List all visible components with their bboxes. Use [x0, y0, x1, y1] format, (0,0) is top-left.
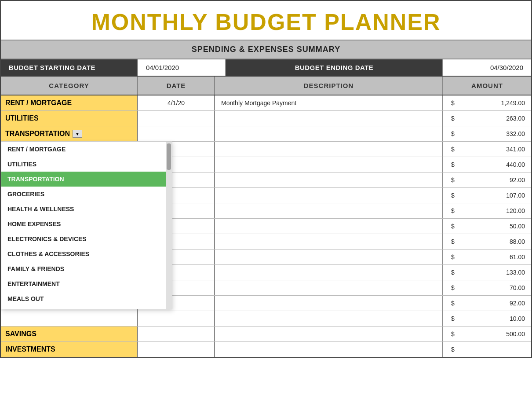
category-label: UTILITIES — [5, 114, 39, 122]
td-description — [215, 265, 443, 280]
dollar-sign: $ — [447, 238, 455, 245]
td-amount: $ 1,249.00 — [443, 95, 531, 110]
dropdown-item[interactable]: TRAVEL — [1, 306, 166, 309]
amount-value: 107.00 — [506, 192, 525, 199]
dollar-sign: $ — [447, 176, 455, 183]
td-amount: $ 92.00 — [443, 296, 531, 311]
td-amount: $ 50.00 — [443, 219, 531, 234]
category-label: INVESTMENTS — [5, 345, 55, 353]
td-description — [215, 280, 443, 295]
dollar-sign: $ — [447, 315, 455, 322]
td-amount: $ 88.00 — [443, 234, 531, 249]
amount-value: 332.00 — [506, 130, 525, 137]
table-row: SAVINGS $ 500.00 — [1, 327, 531, 342]
amount-value: 263.00 — [506, 115, 525, 122]
td-amount: $ 332.00 — [443, 126, 531, 141]
th-date: DATE — [138, 77, 215, 95]
td-amount: $ 133.00 — [443, 265, 531, 280]
td-description — [215, 203, 443, 218]
dollar-sign: $ — [447, 207, 455, 214]
dropdown-button[interactable]: ▼ — [73, 130, 82, 138]
td-category: RENT / MORTGAGE — [1, 95, 138, 110]
td-description — [215, 342, 443, 357]
td-date — [138, 311, 215, 326]
td-amount: $ 440.00 — [443, 157, 531, 172]
dollar-sign: $ — [447, 130, 455, 137]
td-amount: $ 120.00 — [443, 203, 531, 218]
amount-value: 120.00 — [506, 207, 525, 214]
scrollbar-thumb[interactable] — [167, 143, 171, 170]
budget-end-label: BUDGET ENDING DATE — [226, 59, 443, 76]
amount-value: 92.00 — [510, 300, 525, 307]
td-amount: $ 500.00 — [443, 327, 531, 341]
td-date — [138, 327, 215, 341]
dollar-sign: $ — [447, 300, 455, 307]
table-header: CATEGORY DATE DESCRIPTION AMOUNT — [1, 77, 531, 95]
td-amount: $ 70.00 — [443, 280, 531, 295]
dropdown-item[interactable]: HEALTH & WELLNESS — [1, 202, 166, 217]
table-body: RENT / MORTGAGE 4/1/20 Monthly Mortgage … — [1, 95, 531, 357]
dollar-sign: $ — [447, 253, 455, 261]
amount-value: 440.00 — [506, 161, 525, 168]
budget-start-value[interactable]: 04/01/2020 — [138, 59, 226, 76]
td-amount: $ 107.00 — [443, 188, 531, 203]
td-amount: $ 92.00 — [443, 172, 531, 187]
dropdown-item[interactable]: MEALS OUT — [1, 291, 166, 306]
table-row: $ 10.00 — [1, 311, 531, 327]
amount-value: 1,249.00 — [501, 99, 525, 106]
amount-value: 133.00 — [506, 269, 525, 276]
td-description — [215, 234, 443, 249]
category-dropdown[interactable]: RENT / MORTGAGEUTILITIESTRANSPORTATIONGR… — [1, 141, 172, 309]
dropdown-item[interactable]: UTILITIES — [1, 157, 166, 172]
td-description — [215, 142, 443, 157]
td-category: SAVINGS — [1, 327, 138, 341]
dollar-sign: $ — [447, 346, 455, 353]
td-description — [215, 157, 443, 172]
dropdown-item[interactable]: CLOTHES & ACCESSORIES — [1, 246, 166, 261]
dropdown-scrollbar[interactable] — [166, 142, 172, 309]
table-row: RENT / MORTGAGE 4/1/20 Monthly Mortgage … — [1, 95, 531, 111]
table-row: INVESTMENTS $ — [1, 342, 531, 357]
th-description: DESCRIPTION — [215, 77, 443, 95]
td-description — [215, 188, 443, 203]
dropdown-item[interactable]: ELECTRONICS & DEVICES — [1, 231, 166, 246]
amount-value: 88.00 — [510, 238, 525, 245]
td-description: Monthly Mortgage Payment — [215, 95, 443, 110]
amount-value: 341.00 — [506, 146, 525, 153]
td-date — [138, 126, 215, 141]
dropdown-item[interactable]: FAMILY & FRIENDS — [1, 261, 166, 276]
subtitle-bar: SPENDING & EXPENSES SUMMARY — [1, 40, 531, 59]
td-description — [215, 126, 443, 141]
td-date — [138, 111, 215, 126]
td-category: INVESTMENTS — [1, 342, 138, 357]
td-description — [215, 111, 443, 126]
td-amount: $ 341.00 — [443, 142, 531, 157]
dollar-sign: $ — [447, 223, 455, 230]
category-label: TRANSPORTATION — [5, 130, 70, 138]
amount-value: 70.00 — [510, 284, 525, 291]
dropdown-item[interactable]: TRANSPORTATION — [1, 172, 166, 187]
dropdown-item[interactable]: HOME EXPENSES — [1, 217, 166, 231]
amount-value: 92.00 — [510, 176, 525, 183]
dropdown-item[interactable]: GROCERIES — [1, 187, 166, 202]
budget-start-label: BUDGET STARTING DATE — [1, 59, 138, 76]
dates-row: BUDGET STARTING DATE 04/01/2020 BUDGET E… — [1, 59, 531, 77]
category-label: RENT / MORTGAGE — [5, 99, 72, 107]
td-description — [215, 219, 443, 234]
td-description — [215, 311, 443, 326]
dollar-sign: $ — [447, 161, 455, 168]
budget-end-value[interactable]: 04/30/2020 — [443, 59, 531, 76]
td-description — [215, 327, 443, 341]
td-amount: $ 10.00 — [443, 311, 531, 326]
dollar-sign: $ — [447, 99, 455, 106]
td-category[interactable]: TRANSPORTATION▼ RENT / MORTGAGEUTILITIES… — [1, 126, 138, 141]
td-amount: $ 61.00 — [443, 250, 531, 264]
th-category: CATEGORY — [1, 77, 138, 95]
dropdown-item[interactable]: RENT / MORTGAGE — [1, 142, 166, 157]
td-amount: $ — [443, 342, 531, 357]
td-description — [215, 250, 443, 264]
table-row: UTILITIES $ 263.00 — [1, 111, 531, 126]
dropdown-item[interactable]: ENTERTAINMENT — [1, 276, 166, 291]
td-date — [138, 342, 215, 357]
td-description — [215, 172, 443, 187]
